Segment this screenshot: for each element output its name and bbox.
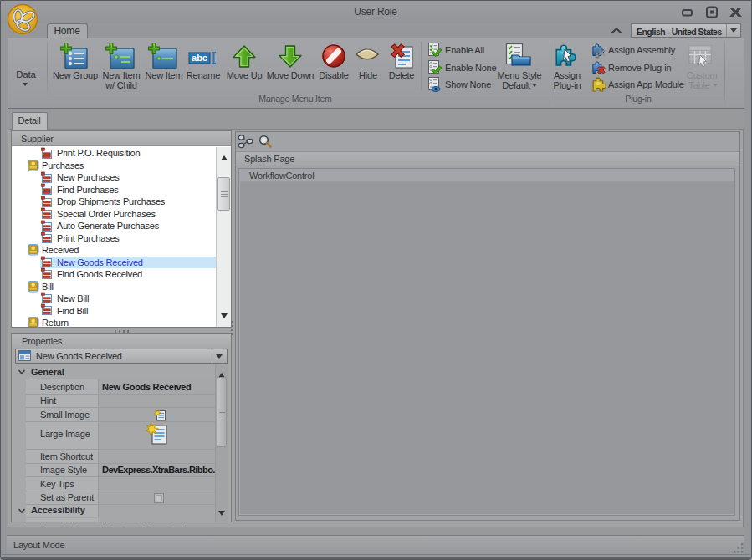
svg-text:abc: abc (192, 53, 207, 63)
